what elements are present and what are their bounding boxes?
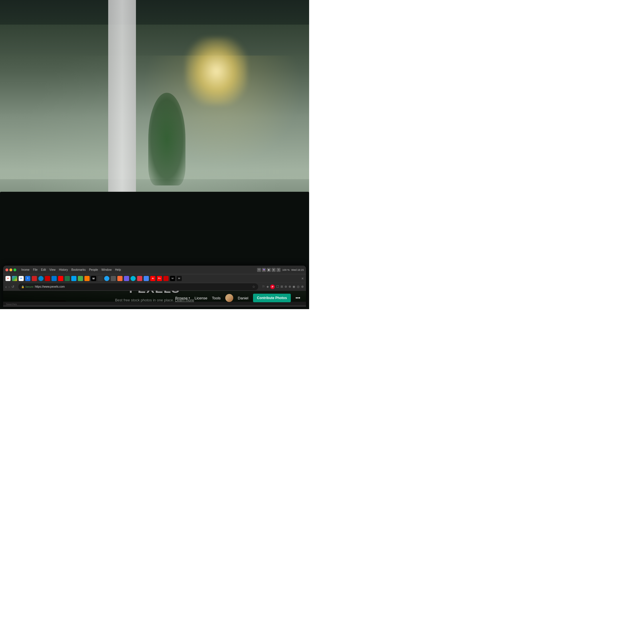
extension-icon-1[interactable]: ⚐ <box>262 285 265 289</box>
browser-menu-bar: hrome File Edit View History Bookmarks P… <box>20 268 123 272</box>
chrome-icon: ⊕ <box>272 268 276 272</box>
telegram-bookmark[interactable] <box>38 276 44 281</box>
pinterest-icon[interactable]: P <box>270 285 275 289</box>
tools-link[interactable]: Tools <box>212 296 221 300</box>
calendar-bookmark[interactable]: 20 <box>19 276 24 281</box>
pexels-nav-right: Browse ▾ License Tools Daniel Contribute… <box>175 294 300 302</box>
screen-bezel: hrome File Edit View History Bookmarks P… <box>0 192 309 309</box>
contribute-photos-button[interactable]: Contribute Photos <box>253 294 291 302</box>
avatar-image <box>225 294 233 302</box>
more-options-button[interactable]: ••• <box>295 295 300 301</box>
extension-icon-2[interactable]: ◈ <box>266 285 269 289</box>
lastpass-bookmark[interactable] <box>32 276 37 281</box>
bookmark-8[interactable] <box>124 276 129 281</box>
menu-help[interactable]: Help <box>114 268 123 272</box>
pdf-bookmark[interactable] <box>45 276 50 281</box>
menu-bookmarks[interactable]: Bookmarks <box>70 268 87 272</box>
system-time: Wed 16:15 <box>291 268 304 271</box>
gmail-bookmark[interactable]: M <box>5 276 11 281</box>
bookmark-star-icon[interactable]: ☆ <box>252 285 255 289</box>
skype-icon: S <box>276 268 280 272</box>
close-window-button[interactable] <box>5 268 8 271</box>
menu-edit[interactable]: Edit <box>39 268 47 272</box>
medium-bookmark[interactable]: M <box>91 276 96 281</box>
medium-2-bookmark[interactable]: M <box>170 276 175 281</box>
browse-dropdown-icon: ▾ <box>189 297 190 299</box>
medium-3-bookmark[interactable]: M <box>177 276 182 281</box>
bookmark-3[interactable] <box>84 276 90 281</box>
extension-icon-6[interactable]: ⊕ <box>289 285 291 289</box>
browser-toolbar-top: hrome File Edit View History Bookmarks P… <box>3 266 306 274</box>
menu-window[interactable]: Window <box>100 268 113 272</box>
browse-menu[interactable]: Browse ▾ <box>175 296 190 300</box>
browse-label: Browse <box>175 296 187 300</box>
back-button[interactable]: ‹ <box>5 285 7 289</box>
menu-people[interactable]: People <box>88 268 99 272</box>
bookmark-2[interactable] <box>78 276 83 281</box>
bookmarks-bar: M 20 T M <box>5 276 182 281</box>
url-bar-row: ‹ › ↺ 🔒 Secure https://www.pexels.com ☆ … <box>3 283 306 291</box>
user-avatar[interactable] <box>225 294 233 302</box>
pexels-navbar: Browse ▾ License Tools Daniel Contribute… <box>3 291 306 305</box>
bookmark-5[interactable] <box>104 276 109 281</box>
browser-window: hrome File Edit View History Bookmarks P… <box>3 266 306 307</box>
shield-icon: 🛡 <box>257 268 261 272</box>
system-icons: 🛡 🔮 ◼ ⊕ S <box>257 268 280 272</box>
bookmark-4[interactable] <box>98 276 103 281</box>
menu-history[interactable]: History <box>58 268 69 272</box>
extension-icon-7[interactable]: ◉ <box>293 285 295 289</box>
refresh-button[interactable]: ↺ <box>11 285 14 289</box>
bookmark-9[interactable] <box>131 276 136 281</box>
minimize-window-button[interactable] <box>9 268 12 271</box>
license-link[interactable]: License <box>195 296 208 300</box>
url-address[interactable]: https://www.pexels.com <box>35 285 251 288</box>
dropbox-icon: ◼ <box>267 268 271 272</box>
browser-toolbar-bookmarks: M 20 T M <box>3 274 306 283</box>
battery-level: 100 % <box>282 268 290 271</box>
system-info: 🛡 🔮 ◼ ⊕ S 100 % Wed 16:15 <box>257 268 304 272</box>
extension-icon-4[interactable]: ⊞ <box>280 285 283 289</box>
username-label: Daniel <box>238 296 248 300</box>
analytics-bookmark[interactable] <box>144 276 149 281</box>
ms-bookmark[interactable] <box>52 276 57 281</box>
forward-button[interactable]: › <box>8 285 10 289</box>
vpn-icon: 🔮 <box>262 268 266 272</box>
pdf-2-bookmark[interactable] <box>163 276 169 281</box>
office-column <box>108 0 136 201</box>
window-glare <box>185 37 247 105</box>
bookmark-6[interactable] <box>111 276 116 281</box>
menu-view[interactable]: View <box>48 268 57 272</box>
extension-icon-9[interactable]: ⊗ <box>301 285 304 289</box>
browser-action-icons: ⚐ ◈ P ☐ ⊞ ⊛ ⊕ ◉ ◎ ⊗ <box>262 285 304 289</box>
bookmark-10[interactable] <box>137 276 142 281</box>
lock-icon: 🔒 <box>21 285 24 288</box>
extension-icon-3[interactable]: ☐ <box>276 285 279 289</box>
menu-file[interactable]: File <box>31 268 39 272</box>
secure-indicator: 🔒 Secure <box>21 285 33 288</box>
plant-area <box>148 93 185 185</box>
close-tab-icon[interactable]: × <box>301 276 304 281</box>
google-drive-bookmark[interactable] <box>12 276 17 281</box>
bookmark-7[interactable] <box>117 276 123 281</box>
extension-icon-8[interactable]: ◎ <box>297 285 300 289</box>
bookmark-1[interactable] <box>71 276 76 281</box>
pexels-website: Browse ▾ License Tools Daniel Contribute… <box>3 291 306 307</box>
window-controls[interactable] <box>5 268 16 271</box>
url-input-bar[interactable]: 🔒 Secure https://www.pexels.com ☆ <box>18 283 258 290</box>
secure-label: Secure <box>25 285 33 288</box>
todo-bookmark[interactable]: T <box>25 276 30 281</box>
youtube-bookmark[interactable] <box>58 276 63 281</box>
adobe-2-bookmark[interactable]: Ps <box>157 276 162 281</box>
menu-chrome[interactable]: hrome <box>20 268 31 272</box>
maximize-window-button[interactable] <box>13 268 16 271</box>
extension-icon-5[interactable]: ⊛ <box>285 285 287 289</box>
adobe-bookmark[interactable]: Ai <box>150 276 155 281</box>
excel-bookmark[interactable] <box>65 276 70 281</box>
